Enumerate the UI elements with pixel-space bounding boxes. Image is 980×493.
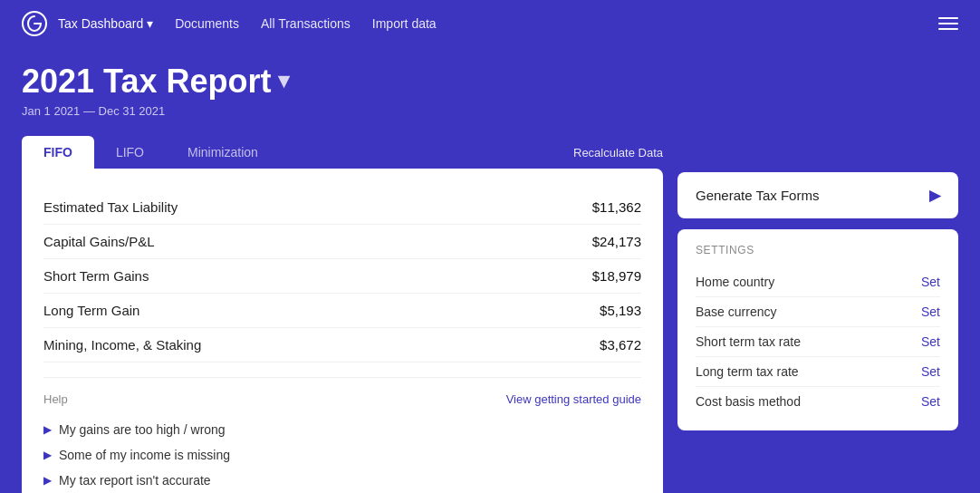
help-label: Help [43, 392, 68, 406]
settings-card: Settings Home country Set Base currency … [677, 229, 958, 430]
settings-set-1[interactable]: Set [921, 304, 940, 319]
generate-tax-label: Generate Tax Forms [696, 188, 819, 203]
generate-chevron-icon: ▶ [929, 187, 940, 204]
page-title-chevron-icon[interactable]: ▾ [278, 68, 289, 94]
settings-set-3[interactable]: Set [921, 364, 940, 379]
tab-lifo[interactable]: LIFO [94, 136, 166, 169]
tax-row-label: Capital Gains/P&L [43, 234, 155, 249]
nav-all-transactions[interactable]: All Transactions [261, 16, 351, 31]
tax-row-label: Estimated Tax Liability [43, 199, 178, 215]
tab-minimization[interactable]: Minimization [166, 136, 280, 169]
page-header: 2021 Tax Report ▾ Jan 1 2021 — Dec 31 20… [0, 47, 980, 136]
recalculate-button[interactable]: Recalculate Data [573, 139, 663, 167]
left-panel: FIFO LIFO Minimization Recalculate Data … [22, 136, 663, 493]
tab-bar: FIFO LIFO Minimization Recalculate Data [22, 136, 663, 169]
tax-row-value: $3,672 [600, 337, 641, 353]
help-section: Help View getting started guide ▶ My gai… [43, 377, 641, 493]
bullet-icon-0: ▶ [43, 423, 52, 436]
settings-key-4: Cost basis method [696, 394, 801, 409]
settings-row-home-country: Home country Set [696, 267, 940, 297]
settings-row-base-currency: Base currency Set [696, 297, 940, 327]
page-title-container: 2021 Tax Report ▾ [22, 62, 958, 101]
settings-title: Settings [696, 244, 940, 256]
settings-key-3: Long term tax rate [696, 364, 799, 379]
help-item-label-1: Some of my income is missing [59, 448, 230, 462]
settings-row-cost-basis: Cost basis method Set [696, 387, 940, 416]
tax-row-long-term: Long Term Gain $5,193 [43, 294, 641, 328]
right-panel: Generate Tax Forms ▶ Settings Home count… [677, 136, 958, 493]
tax-row-value: $11,362 [592, 199, 641, 215]
generate-tax-forms-card[interactable]: Generate Tax Forms ▶ [677, 172, 958, 218]
help-item-label-2: My tax report isn't accurate [59, 473, 211, 488]
page-subtitle: Jan 1 2021 — Dec 31 2021 [22, 104, 958, 118]
help-item-label-0: My gains are too high / wrong [59, 422, 226, 437]
tax-row-value: $24,173 [592, 234, 641, 249]
nav-tax-dashboard[interactable]: Tax Dashboard ▾ [58, 16, 153, 31]
brand-logo[interactable] [22, 11, 47, 36]
help-header: Help View getting started guide [43, 392, 641, 406]
help-item-0[interactable]: ▶ My gains are too high / wrong [43, 417, 641, 442]
settings-row-short-term-rate: Short term tax rate Set [696, 327, 940, 357]
tax-row-label: Mining, Income, & Staking [43, 337, 201, 353]
nav-import-data[interactable]: Import data [372, 16, 437, 31]
help-item-1[interactable]: ▶ Some of my income is missing [43, 442, 641, 468]
nav-links: Tax Dashboard ▾ Documents All Transactio… [58, 16, 437, 31]
tax-row-short-term: Short Term Gains $18,979 [43, 259, 641, 294]
settings-set-0[interactable]: Set [921, 275, 940, 289]
tax-summary-card: Estimated Tax Liability $11,362 Capital … [22, 169, 663, 493]
tax-row-estimated: Estimated Tax Liability $11,362 [43, 190, 641, 225]
bullet-icon-2: ▶ [43, 474, 52, 487]
settings-row-long-term-rate: Long term tax rate Set [696, 357, 940, 387]
page-title: 2021 Tax Report [22, 62, 271, 101]
generate-tax-row: Generate Tax Forms ▶ [696, 187, 940, 204]
bullet-icon-1: ▶ [43, 449, 52, 461]
top-nav: Tax Dashboard ▾ Documents All Transactio… [0, 0, 980, 47]
settings-key-0: Home country [696, 275, 774, 289]
tax-row-label: Short Term Gains [43, 268, 149, 284]
help-item-2[interactable]: ▶ My tax report isn't accurate [43, 468, 641, 493]
nav-documents[interactable]: Documents [175, 16, 239, 31]
help-guide-link[interactable]: View getting started guide [506, 392, 641, 406]
settings-key-1: Base currency [696, 304, 776, 319]
settings-set-2[interactable]: Set [921, 334, 940, 349]
hamburger-menu[interactable] [938, 17, 958, 30]
tab-fifo[interactable]: FIFO [22, 136, 94, 169]
settings-key-2: Short term tax rate [696, 334, 801, 349]
tax-row-value: $5,193 [600, 303, 641, 318]
tax-row-label: Long Term Gain [43, 303, 139, 318]
settings-set-4[interactable]: Set [921, 394, 940, 409]
content-area: FIFO LIFO Minimization Recalculate Data … [0, 136, 980, 493]
tax-row-mining: Mining, Income, & Staking $3,672 [43, 328, 641, 362]
tax-row-value: $18,979 [592, 268, 641, 284]
tax-row-capital-gains: Capital Gains/P&L $24,173 [43, 225, 641, 259]
